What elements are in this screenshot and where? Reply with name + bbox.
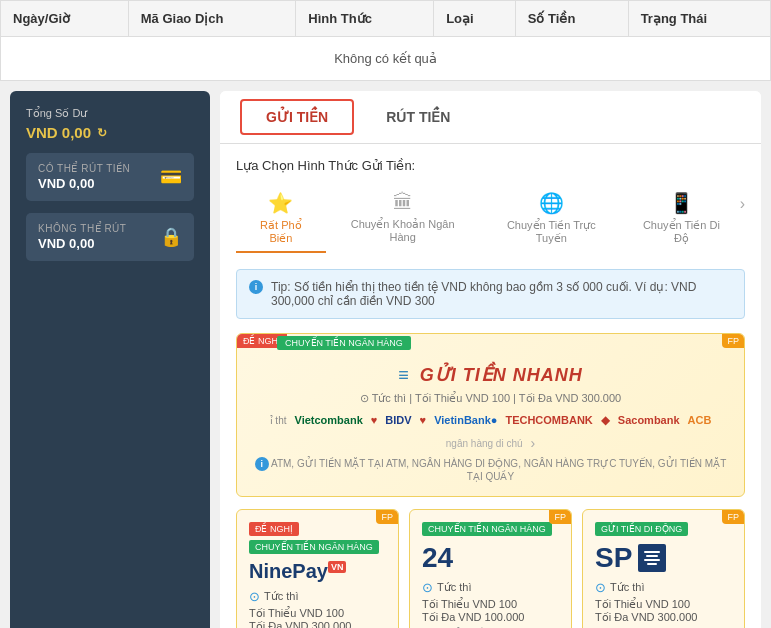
banks-row: ỉ tht Vietcombank ♥ BIDV ♥ VietinBank● T… bbox=[253, 413, 728, 451]
can-withdraw-card: CÓ THỂ RÚT TIỀN VND 0,00 💳 bbox=[26, 153, 194, 201]
can-withdraw-amount: VND 0,00 bbox=[38, 176, 130, 191]
24h-instant: ⊙ Tức thì bbox=[422, 580, 559, 595]
right-content: Lựa Chọn Hình Thức Gửi Tiền: ⭐ Rất Phổ B… bbox=[220, 144, 761, 628]
ninepay-super: VN bbox=[328, 561, 347, 573]
ninepay-instant-label: Tức thì bbox=[264, 590, 299, 603]
ninepay-badge-transfer: CHUYỂN TIỀN NGÂN HÀNG bbox=[249, 540, 379, 554]
sp-brand: SP bbox=[595, 542, 732, 574]
qr-icon bbox=[638, 544, 666, 572]
method-popular[interactable]: ⭐ Rất Phổ Biến bbox=[236, 185, 326, 253]
card-ninepay: FP ĐỀ NGHỊ CHUYỂN TIỀN NGÂN HÀNG NinePay… bbox=[236, 509, 399, 628]
col-method: Hình Thức bbox=[296, 1, 434, 37]
lines-decoration: ≡ bbox=[398, 365, 410, 386]
24h-badges: CHUYỂN TIỀN NGÂN HÀNG bbox=[422, 522, 559, 536]
atm-note-text: ATM, GỬI TIỀN MẶT TẠI ATM, NGÂN HÀNG DI … bbox=[271, 458, 726, 482]
diamond-icon: ◆ bbox=[601, 413, 610, 427]
balance-value: VND 0,00 bbox=[26, 124, 91, 141]
col-type: Loại bbox=[434, 1, 516, 37]
left-panel: Tổng Số Dư VND 0,00 ↻ CÓ THỂ RÚT TIỀN VN… bbox=[10, 91, 210, 628]
sp-min: Tối Thiểu VND 100 bbox=[595, 598, 732, 611]
method-popular-label: Rất Phổ Biến bbox=[248, 219, 314, 245]
sp-text: SP bbox=[595, 542, 632, 574]
bank-suffix: ngân hàng di chú bbox=[446, 438, 523, 449]
24h-brand: 24 bbox=[422, 542, 559, 574]
col-amount: Số Tiền bbox=[515, 1, 628, 37]
phone-icon: 📱 bbox=[669, 191, 694, 215]
bank-bidv: BIDV bbox=[385, 414, 411, 426]
tab-deposit[interactable]: GỬI TIỀN bbox=[240, 99, 354, 135]
bank-acb: ACB bbox=[688, 414, 712, 426]
transactions-table: Ngày/Giờ Mã Giao Dịch Hình Thức Loại Số … bbox=[0, 0, 771, 81]
heart-icon2: ♥ bbox=[420, 414, 427, 426]
card-24h: FP CHUYỂN TIỀN NGÂN HÀNG 24 ⊙ Tức thì Tố… bbox=[409, 509, 572, 628]
empty-message: Không có kết quả bbox=[1, 37, 771, 81]
atm-info-icon: i bbox=[255, 457, 269, 471]
24h-min: Tối Thiểu VND 100 bbox=[422, 598, 559, 611]
info-tip: i Tip: Số tiền hiển thị theo tiền tệ VND… bbox=[236, 269, 745, 319]
bank-sacombank: Sacombank bbox=[618, 414, 680, 426]
banner-title-suffix: NHANH bbox=[513, 365, 583, 385]
24h-logo: 24 bbox=[422, 542, 453, 573]
sp-max: Tối Đa VND 300.000 bbox=[595, 611, 732, 624]
tab-withdraw[interactable]: RÚT TIỀN bbox=[362, 99, 474, 135]
col-status: Trạng Thái bbox=[628, 1, 770, 37]
ninepay-corner-badge: FP bbox=[376, 510, 398, 524]
method-tabs: ⭐ Rất Phổ Biến 🏛 Chuyển Khoản Ngân Hàng … bbox=[236, 185, 745, 253]
method-mobile[interactable]: 📱 Chuyển Tiền Di Độ bbox=[623, 185, 740, 253]
banner-title: ≡ GỬI TIỀN NHANH bbox=[253, 364, 728, 386]
bank-vietinbank: VietinBank● bbox=[434, 414, 497, 426]
section-label: Lựa Chọn Hình Thức Gửi Tiền: bbox=[236, 158, 745, 173]
ninepay-brand: NinePayVN bbox=[249, 560, 386, 583]
bottom-cards: FP ĐỀ NGHỊ CHUYỂN TIỀN NGÂN HÀNG NinePay… bbox=[236, 509, 745, 628]
clock-icon-3: ⊙ bbox=[595, 580, 606, 595]
sp-badges: GỬI TIỀN DI ĐỘNG bbox=[595, 522, 732, 536]
cannot-withdraw-label: KHÔNG THỂ RÚT bbox=[38, 223, 126, 234]
ninepay-max: Tối Đa VND 300.000 bbox=[249, 620, 386, 628]
corner-badge: FP bbox=[722, 334, 744, 348]
info-icon: i bbox=[249, 280, 263, 294]
refresh-icon[interactable]: ↻ bbox=[97, 126, 107, 140]
bank-vietcombank: Vietcombank bbox=[295, 414, 363, 426]
cannot-withdraw-card: KHÔNG THỂ RÚT VND 0,00 🔒 bbox=[26, 213, 194, 261]
ninepay-min: Tối Thiểu VND 100 bbox=[249, 607, 386, 620]
method-mobile-label: Chuyển Tiền Di Độ bbox=[635, 219, 728, 245]
24h-instant-label: Tức thì bbox=[437, 581, 472, 594]
banks-prefix: ỉ tht bbox=[270, 415, 287, 426]
heart-icon: ♥ bbox=[371, 414, 378, 426]
clock-icon-1: ⊙ bbox=[249, 589, 260, 604]
globe-icon: 🌐 bbox=[539, 191, 564, 215]
sp-badge-mobile: GỬI TIỀN DI ĐỘNG bbox=[595, 522, 688, 536]
card-sp: FP GỬI TIỀN DI ĐỘNG SP bbox=[582, 509, 745, 628]
ninepay-instant: ⊙ Tức thì bbox=[249, 589, 386, 604]
tab-bar: GỬI TIỀN RÚT TIỀN bbox=[220, 91, 761, 144]
transfer-badge: CHUYỂN TIỀN NGÂN HÀNG bbox=[277, 336, 411, 350]
method-online-label: Chuyển Tiền Trực Tuyến bbox=[492, 219, 612, 245]
tip-text: Tip: Số tiền hiển thị theo tiền tệ VND k… bbox=[271, 280, 732, 308]
method-bank-transfer[interactable]: 🏛 Chuyển Khoản Ngân Hàng bbox=[326, 185, 480, 251]
balance-amount: VND 0,00 ↻ bbox=[26, 124, 194, 141]
banner-sub-info: ⊙ Tức thì | Tối Thiểu VND 100 | Tối Đa V… bbox=[253, 392, 728, 405]
right-panel: GỬI TIỀN RÚT TIỀN Lựa Chọn Hình Thức Gửi… bbox=[220, 91, 761, 628]
24h-max: Tối Đa VND 100.000 bbox=[422, 611, 559, 624]
bank-techcombank: TECHCOMBANK bbox=[505, 414, 592, 426]
method-online[interactable]: 🌐 Chuyển Tiền Trực Tuyến bbox=[480, 185, 624, 253]
balance-label: Tổng Số Dư bbox=[26, 107, 194, 120]
24h-badge-transfer: CHUYỂN TIỀN NGÂN HÀNG bbox=[422, 522, 552, 536]
col-code: Mã Giao Dịch bbox=[128, 1, 296, 37]
banner-title-prefix: GỬI TIỀN bbox=[420, 365, 507, 385]
sp-corner-badge: FP bbox=[722, 510, 744, 524]
24h-corner-badge: FP bbox=[549, 510, 571, 524]
main-container: Tổng Số Dư VND 0,00 ↻ CÓ THỂ RÚT TIỀN VN… bbox=[0, 81, 771, 628]
ninepay-badge-recommend: ĐỀ NGHỊ bbox=[249, 522, 299, 536]
sp-instant-label: Tức thì bbox=[610, 581, 645, 594]
can-withdraw-label: CÓ THỂ RÚT TIỀN bbox=[38, 163, 130, 174]
lock-icon: 🔒 bbox=[160, 226, 182, 248]
chevron-right-bank[interactable]: › bbox=[531, 435, 536, 451]
cannot-withdraw-amount: VND 0,00 bbox=[38, 236, 126, 251]
chevron-right-icon[interactable]: › bbox=[740, 185, 745, 213]
col-date: Ngày/Giờ bbox=[1, 1, 129, 37]
withdraw-icon: 💳 bbox=[160, 166, 182, 188]
clock-icon-2: ⊙ bbox=[422, 580, 433, 595]
sp-instant: ⊙ Tức thì bbox=[595, 580, 732, 595]
star-icon: ⭐ bbox=[268, 191, 293, 215]
